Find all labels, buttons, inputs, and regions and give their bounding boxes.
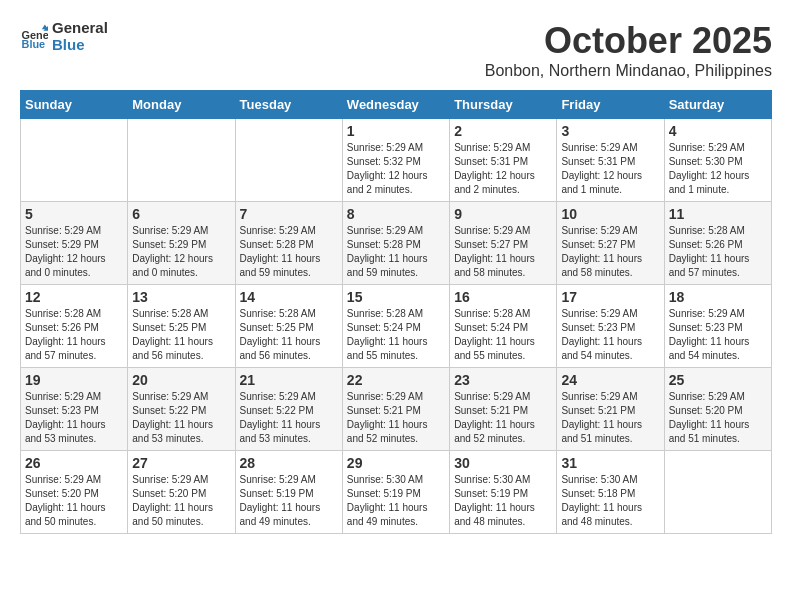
weekday-header-tuesday: Tuesday [235,91,342,119]
subtitle: Bonbon, Northern Mindanao, Philippines [485,62,772,80]
day-info: Sunrise: 5:28 AM Sunset: 5:26 PM Dayligh… [25,307,123,363]
day-number: 3 [561,123,659,139]
calendar-cell: 18Sunrise: 5:29 AM Sunset: 5:23 PM Dayli… [664,285,771,368]
day-number: 23 [454,372,552,388]
calendar-cell: 6Sunrise: 5:29 AM Sunset: 5:29 PM Daylig… [128,202,235,285]
day-info: Sunrise: 5:28 AM Sunset: 5:25 PM Dayligh… [132,307,230,363]
day-info: Sunrise: 5:29 AM Sunset: 5:19 PM Dayligh… [240,473,338,529]
calendar-cell: 11Sunrise: 5:28 AM Sunset: 5:26 PM Dayli… [664,202,771,285]
logo-text-line2: Blue [52,37,108,54]
day-info: Sunrise: 5:29 AM Sunset: 5:27 PM Dayligh… [454,224,552,280]
weekday-header-friday: Friday [557,91,664,119]
day-number: 18 [669,289,767,305]
day-info: Sunrise: 5:29 AM Sunset: 5:21 PM Dayligh… [454,390,552,446]
calendar-cell: 26Sunrise: 5:29 AM Sunset: 5:20 PM Dayli… [21,451,128,534]
calendar-cell [128,119,235,202]
calendar-cell: 22Sunrise: 5:29 AM Sunset: 5:21 PM Dayli… [342,368,449,451]
day-number: 21 [240,372,338,388]
day-number: 20 [132,372,230,388]
day-info: Sunrise: 5:29 AM Sunset: 5:21 PM Dayligh… [561,390,659,446]
day-number: 10 [561,206,659,222]
day-number: 5 [25,206,123,222]
calendar-cell: 9Sunrise: 5:29 AM Sunset: 5:27 PM Daylig… [450,202,557,285]
calendar-cell: 7Sunrise: 5:29 AM Sunset: 5:28 PM Daylig… [235,202,342,285]
calendar-cell: 4Sunrise: 5:29 AM Sunset: 5:30 PM Daylig… [664,119,771,202]
day-info: Sunrise: 5:29 AM Sunset: 5:31 PM Dayligh… [561,141,659,197]
weekday-header-sunday: Sunday [21,91,128,119]
day-number: 19 [25,372,123,388]
day-number: 2 [454,123,552,139]
day-info: Sunrise: 5:28 AM Sunset: 5:25 PM Dayligh… [240,307,338,363]
day-number: 25 [669,372,767,388]
day-number: 30 [454,455,552,471]
day-info: Sunrise: 5:29 AM Sunset: 5:23 PM Dayligh… [25,390,123,446]
calendar-cell: 20Sunrise: 5:29 AM Sunset: 5:22 PM Dayli… [128,368,235,451]
title-area: October 2025 Bonbon, Northern Mindanao, … [485,20,772,80]
day-info: Sunrise: 5:29 AM Sunset: 5:23 PM Dayligh… [669,307,767,363]
calendar-cell: 28Sunrise: 5:29 AM Sunset: 5:19 PM Dayli… [235,451,342,534]
day-info: Sunrise: 5:30 AM Sunset: 5:19 PM Dayligh… [347,473,445,529]
calendar-cell: 15Sunrise: 5:28 AM Sunset: 5:24 PM Dayli… [342,285,449,368]
weekday-header-wednesday: Wednesday [342,91,449,119]
week-row-1: 1Sunrise: 5:29 AM Sunset: 5:32 PM Daylig… [21,119,772,202]
calendar-cell: 29Sunrise: 5:30 AM Sunset: 5:19 PM Dayli… [342,451,449,534]
day-number: 7 [240,206,338,222]
calendar-cell: 10Sunrise: 5:29 AM Sunset: 5:27 PM Dayli… [557,202,664,285]
day-info: Sunrise: 5:29 AM Sunset: 5:20 PM Dayligh… [669,390,767,446]
calendar-cell: 5Sunrise: 5:29 AM Sunset: 5:29 PM Daylig… [21,202,128,285]
day-info: Sunrise: 5:30 AM Sunset: 5:19 PM Dayligh… [454,473,552,529]
day-info: Sunrise: 5:29 AM Sunset: 5:29 PM Dayligh… [132,224,230,280]
day-number: 1 [347,123,445,139]
calendar-cell: 23Sunrise: 5:29 AM Sunset: 5:21 PM Dayli… [450,368,557,451]
week-row-5: 26Sunrise: 5:29 AM Sunset: 5:20 PM Dayli… [21,451,772,534]
day-number: 15 [347,289,445,305]
day-info: Sunrise: 5:28 AM Sunset: 5:26 PM Dayligh… [669,224,767,280]
calendar-cell [664,451,771,534]
day-info: Sunrise: 5:29 AM Sunset: 5:21 PM Dayligh… [347,390,445,446]
day-number: 13 [132,289,230,305]
day-info: Sunrise: 5:29 AM Sunset: 5:27 PM Dayligh… [561,224,659,280]
calendar-cell: 19Sunrise: 5:29 AM Sunset: 5:23 PM Dayli… [21,368,128,451]
day-info: Sunrise: 5:28 AM Sunset: 5:24 PM Dayligh… [347,307,445,363]
day-number: 26 [25,455,123,471]
calendar-cell: 24Sunrise: 5:29 AM Sunset: 5:21 PM Dayli… [557,368,664,451]
calendar-cell: 27Sunrise: 5:29 AM Sunset: 5:20 PM Dayli… [128,451,235,534]
month-title: October 2025 [485,20,772,62]
header: General Blue General Blue October 2025 B… [20,20,772,80]
day-info: Sunrise: 5:29 AM Sunset: 5:29 PM Dayligh… [25,224,123,280]
calendar-cell: 2Sunrise: 5:29 AM Sunset: 5:31 PM Daylig… [450,119,557,202]
calendar-cell: 25Sunrise: 5:29 AM Sunset: 5:20 PM Dayli… [664,368,771,451]
day-info: Sunrise: 5:28 AM Sunset: 5:24 PM Dayligh… [454,307,552,363]
calendar-cell: 31Sunrise: 5:30 AM Sunset: 5:18 PM Dayli… [557,451,664,534]
day-number: 9 [454,206,552,222]
calendar-cell: 30Sunrise: 5:30 AM Sunset: 5:19 PM Dayli… [450,451,557,534]
day-info: Sunrise: 5:29 AM Sunset: 5:23 PM Dayligh… [561,307,659,363]
day-info: Sunrise: 5:29 AM Sunset: 5:20 PM Dayligh… [25,473,123,529]
day-info: Sunrise: 5:29 AM Sunset: 5:28 PM Dayligh… [347,224,445,280]
day-info: Sunrise: 5:29 AM Sunset: 5:31 PM Dayligh… [454,141,552,197]
day-info: Sunrise: 5:29 AM Sunset: 5:32 PM Dayligh… [347,141,445,197]
day-number: 8 [347,206,445,222]
weekday-header-thursday: Thursday [450,91,557,119]
calendar-cell: 1Sunrise: 5:29 AM Sunset: 5:32 PM Daylig… [342,119,449,202]
calendar-cell: 16Sunrise: 5:28 AM Sunset: 5:24 PM Dayli… [450,285,557,368]
day-number: 14 [240,289,338,305]
day-number: 28 [240,455,338,471]
day-info: Sunrise: 5:29 AM Sunset: 5:30 PM Dayligh… [669,141,767,197]
calendar-cell: 14Sunrise: 5:28 AM Sunset: 5:25 PM Dayli… [235,285,342,368]
calendar-cell: 3Sunrise: 5:29 AM Sunset: 5:31 PM Daylig… [557,119,664,202]
day-number: 27 [132,455,230,471]
calendar-table: SundayMondayTuesdayWednesdayThursdayFrid… [20,90,772,534]
day-info: Sunrise: 5:29 AM Sunset: 5:28 PM Dayligh… [240,224,338,280]
calendar-cell: 8Sunrise: 5:29 AM Sunset: 5:28 PM Daylig… [342,202,449,285]
day-number: 17 [561,289,659,305]
weekday-header-saturday: Saturday [664,91,771,119]
day-info: Sunrise: 5:29 AM Sunset: 5:20 PM Dayligh… [132,473,230,529]
logo: General Blue General Blue [20,20,108,53]
weekday-header-row: SundayMondayTuesdayWednesdayThursdayFrid… [21,91,772,119]
day-info: Sunrise: 5:30 AM Sunset: 5:18 PM Dayligh… [561,473,659,529]
day-number: 22 [347,372,445,388]
day-number: 12 [25,289,123,305]
day-info: Sunrise: 5:29 AM Sunset: 5:22 PM Dayligh… [132,390,230,446]
calendar-cell [235,119,342,202]
